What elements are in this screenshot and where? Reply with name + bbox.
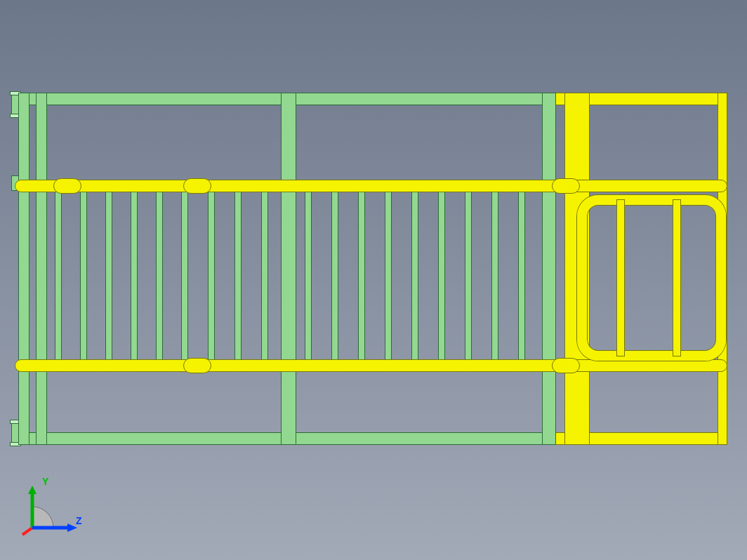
green-slat	[181, 180, 188, 371]
green-slat	[80, 180, 87, 371]
rail-sleeve	[183, 358, 211, 373]
rail-sleeve	[552, 358, 580, 373]
green-slat	[305, 180, 312, 371]
green-slat	[465, 180, 472, 371]
yellow-adjuster-rail-top	[15, 180, 727, 192]
orientation-triad[interactable]	[18, 486, 81, 549]
rail-sleeve	[53, 178, 81, 194]
green-slat	[518, 180, 525, 371]
green-slat	[105, 180, 112, 371]
model-assembly[interactable]	[11, 93, 734, 458]
cad-3d-viewport[interactable]: Y Z	[0, 0, 747, 560]
green-frame-mid-pillar	[281, 93, 296, 445]
green-slat	[261, 180, 268, 371]
rail-sleeve	[552, 178, 580, 194]
yellow-gate-frame	[577, 195, 726, 361]
green-slat	[411, 180, 418, 371]
green-slat	[234, 180, 242, 371]
green-slat	[156, 180, 163, 371]
svg-line-0	[22, 528, 32, 535]
green-slat	[385, 180, 392, 371]
green-slat	[491, 180, 498, 371]
green-slat	[131, 180, 138, 371]
green-slat	[208, 180, 215, 371]
rail-sleeve	[183, 178, 211, 194]
axis-label-z: Z	[76, 515, 82, 526]
green-slat	[55, 180, 62, 371]
green-slat	[331, 180, 338, 371]
green-frame-left-post	[18, 93, 29, 445]
yellow-gate-bar	[616, 199, 625, 356]
yellow-adjuster-rail-bottom	[15, 359, 727, 372]
green-slat	[438, 180, 445, 371]
yellow-gate-bar	[673, 199, 681, 356]
axis-label-y: Y	[42, 476, 48, 487]
green-frame-left-post-2	[36, 93, 47, 445]
green-slat	[358, 180, 365, 371]
green-frame-right-pillar	[542, 93, 556, 445]
svg-marker-2	[28, 486, 37, 494]
